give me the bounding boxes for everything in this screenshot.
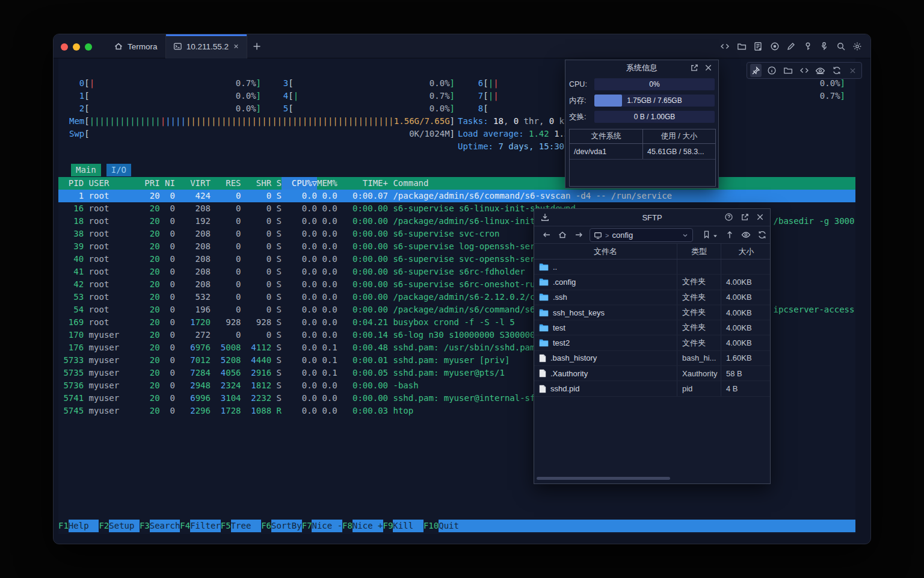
new-tab-button[interactable] — [252, 42, 262, 51]
fn-key-f1[interactable]: F1 — [58, 520, 69, 532]
sftp-title: SFTP — [642, 213, 662, 222]
open-external-icon[interactable] — [741, 213, 750, 222]
column-header-cpu[interactable]: CPU%▽ — [282, 177, 317, 190]
fn-key-f9[interactable]: F9 — [383, 520, 393, 532]
refresh-icon — [832, 66, 842, 75]
column-header-mem[interactable]: MEM% — [317, 177, 337, 190]
tab-termora[interactable]: Termora — [106, 34, 165, 58]
refresh-button[interactable] — [831, 64, 842, 77]
sftp-row-sshd.pid[interactable]: sshd.pidpid4 B — [534, 381, 770, 396]
process-table-header[interactable]: PID USER PRI NI VIRT RES SHR S CPU%▽MEM%… — [58, 177, 855, 190]
sftp-row-.config[interactable]: .config文件夹4.00KB — [534, 275, 770, 290]
bookmark-icon[interactable] — [702, 230, 711, 239]
close-icon[interactable] — [756, 213, 765, 222]
horizontal-scrollbar[interactable] — [537, 477, 670, 480]
process-row-pid-1[interactable]: 1 root 20 0 424 0 0 S 0.0 0.0 0:00.07 /p… — [58, 190, 855, 202]
folder-button[interactable] — [783, 64, 794, 77]
close-window-button[interactable] — [61, 43, 68, 51]
file-name: .Xauthority — [550, 369, 588, 378]
fn-key-f7[interactable]: F7 — [302, 520, 312, 532]
file-type: Xauthority — [677, 366, 721, 381]
fn-label-f7[interactable]: Nice - — [312, 520, 342, 532]
search-icon[interactable] — [836, 42, 846, 51]
fn-label-f4[interactable]: Filter — [190, 520, 221, 532]
htop-tab-io[interactable]: I/O — [106, 164, 131, 176]
zoom-window-button[interactable] — [85, 43, 92, 51]
sftp-row-ssh_host_keys[interactable]: ssh_host_keys文件夹4.00KB — [534, 305, 770, 320]
column-header-pri[interactable]: PRI — [140, 177, 160, 190]
upload-icon[interactable] — [725, 230, 735, 240]
sysinfo-meter: 交换:0 B / 1.00GB — [569, 111, 715, 123]
chevron-down-icon[interactable] — [682, 232, 689, 239]
sftp-row-.bash_history[interactable]: .bash_historybash_hi...1.60KB — [534, 351, 770, 366]
code-button[interactable] — [799, 64, 810, 77]
fn-key-f10[interactable]: F10 — [424, 520, 439, 532]
close-icon[interactable] — [704, 63, 713, 72]
column-header-command[interactable]: Command — [393, 177, 428, 190]
key-icon[interactable] — [803, 42, 813, 51]
floating-toolbar — [747, 62, 862, 79]
column-header-virt[interactable]: VIRT — [175, 177, 211, 190]
open-external-icon[interactable] — [690, 63, 699, 72]
folder-icon[interactable] — [737, 42, 747, 51]
column-header-pid[interactable]: PID — [58, 177, 84, 190]
column-header-user[interactable]: USER — [89, 177, 140, 190]
size-column-header[interactable]: 大小 — [721, 244, 771, 259]
home-icon[interactable] — [558, 230, 567, 240]
fn-key-f2[interactable]: F2 — [99, 520, 109, 532]
download-icon[interactable] — [540, 213, 550, 222]
fn-key-f4[interactable]: F4 — [180, 520, 190, 532]
fn-key-f3[interactable]: F3 — [140, 520, 150, 532]
edit-icon[interactable] — [786, 42, 796, 51]
record-icon[interactable] — [770, 42, 780, 51]
show-hidden-icon[interactable] — [741, 230, 751, 240]
fn-bar-fill — [469, 520, 855, 532]
settings-icon[interactable] — [852, 42, 862, 51]
refresh-icon[interactable] — [757, 230, 767, 240]
back-icon[interactable] — [542, 230, 552, 240]
fn-label-f8[interactable]: Nice + — [353, 520, 383, 532]
minimize-window-button[interactable] — [73, 43, 80, 51]
forward-icon[interactable] — [574, 230, 584, 240]
fn-label-f10[interactable]: Quit — [439, 520, 469, 532]
path-breadcrumb[interactable]: > config — [590, 228, 693, 242]
column-header-ni[interactable]: NI — [160, 177, 175, 190]
fn-key-f8[interactable]: F8 — [342, 520, 353, 532]
info-button[interactable] — [766, 64, 778, 77]
fn-key-f5[interactable]: F5 — [221, 520, 231, 532]
fn-label-f9[interactable]: Kill — [393, 520, 424, 532]
bookmark-dropdown-icon[interactable] — [712, 233, 718, 239]
close-tab-icon[interactable] — [233, 43, 239, 50]
sysinfo-meter-value: 1.75GB / 7.65GB — [594, 95, 715, 107]
column-header-s[interactable]: S — [277, 177, 282, 190]
gpu-button[interactable] — [815, 64, 826, 77]
name-column-header[interactable]: 文件名 — [534, 244, 677, 259]
fn-label-f3[interactable]: Search — [150, 520, 180, 532]
code-icon[interactable] — [720, 42, 730, 51]
sftp-row-test2[interactable]: test2文件夹4.00KB — [534, 335, 770, 350]
sftp-row-.Xauthority[interactable]: .XauthorityXauthority58 B — [534, 366, 770, 381]
sftp-row-.ssh[interactable]: .ssh文件夹4.00KB — [534, 290, 770, 305]
fn-label-f6[interactable]: SortBy — [271, 520, 302, 532]
fn-label-f1[interactable]: Help — [69, 520, 99, 532]
column-header-shr[interactable]: SHR — [241, 177, 272, 190]
sftp-row-..[interactable]: .. — [534, 259, 770, 275]
log-icon[interactable] — [753, 42, 763, 51]
cpu-meter-5: 5[0.0%] — [273, 102, 455, 115]
folder-icon — [539, 293, 549, 301]
close-toolbar-button[interactable] — [847, 64, 858, 77]
htop-tab-main[interactable]: Main — [71, 164, 101, 176]
pin-button[interactable] — [750, 64, 762, 77]
tab-session[interactable]: 10.211.55.2 — [165, 34, 247, 58]
fn-label-f5[interactable]: Tree — [231, 520, 262, 532]
sftp-row-test[interactable]: test文件夹4.00KB — [534, 320, 770, 335]
fn-label-f2[interactable]: Setup — [109, 520, 140, 532]
type-column-header[interactable]: 类型 — [677, 244, 721, 259]
column-header-res[interactable]: RES — [211, 177, 241, 190]
column-header-time[interactable]: TIME+ — [337, 177, 388, 190]
keychain-icon[interactable] — [819, 42, 829, 51]
cpu-meter-0: 0[|0.7%] — [69, 77, 261, 90]
fn-key-f6[interactable]: F6 — [261, 520, 271, 532]
sftp-column-headers[interactable]: 文件名 类型 大小 — [534, 244, 770, 259]
help-icon[interactable] — [724, 213, 733, 222]
